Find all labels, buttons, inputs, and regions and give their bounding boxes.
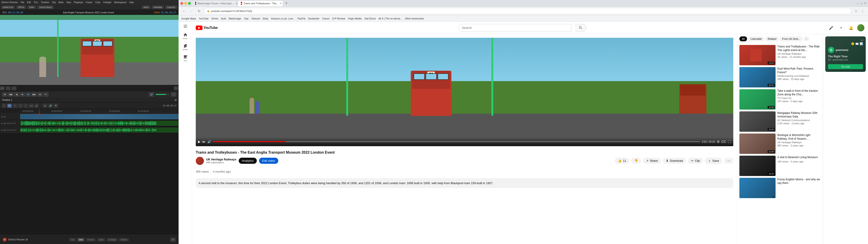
menu-edit[interactable]: Edit (27, 1, 31, 4)
trim-tool[interactable]: ⊢ (13, 104, 17, 108)
razor-tool[interactable]: ⊣ (18, 104, 23, 108)
effects-btn[interactable]: Effects (17, 6, 26, 9)
filter-tab-listenable[interactable]: Listenable (748, 36, 764, 41)
tab-blackmagic-close[interactable]: ✕ (235, 2, 237, 5)
tab-deliver[interactable]: Deliver (119, 238, 129, 242)
select-tool[interactable]: ↖ (2, 104, 6, 108)
yt-bell-icon[interactable]: 🔔 (847, 24, 855, 32)
yt-channel-avatar[interactable] (196, 157, 204, 165)
refresh-btn[interactable]: ↻ (196, 8, 202, 14)
window-maximize-btn[interactable] (188, 2, 191, 5)
menu-view[interactable]: View (66, 1, 71, 4)
menu-clip[interactable]: Clip (52, 1, 56, 4)
index-btn[interactable]: Index (28, 6, 36, 9)
filter-tab-more[interactable]: › (804, 36, 809, 41)
filter-tab-uk-heritage[interactable]: From UK Herit... (780, 36, 802, 41)
next-frame-btn[interactable]: ▶▶ (32, 92, 37, 96)
related-video-6[interactable]: Funny English Idioms - and why we say th… (739, 178, 820, 198)
yt-channel-name[interactable]: UK Heritage Railways (206, 158, 237, 161)
player-progress-bar[interactable] (213, 141, 700, 142)
go-to-end-btn[interactable]: ⏭ (37, 92, 42, 96)
v1-content[interactable] (20, 114, 178, 120)
tab-fusion[interactable]: Fusion (86, 238, 96, 242)
bookmark-virgin[interactable]: Virgin Media (348, 17, 362, 20)
related-video-2[interactable]: 13:36 Take a walk in front of the tracti… (739, 89, 820, 110)
bookmark-ebay[interactable]: Ebay (263, 17, 268, 20)
tab-edit[interactable]: Edit (77, 238, 85, 242)
player-fullscreen-btn[interactable]: ⛶ (728, 140, 731, 144)
dislike-button[interactable]: 👎 (631, 158, 641, 164)
browser-close-btn[interactable]: ✕ (864, 2, 866, 5)
loop-btn[interactable]: ↻ (43, 92, 49, 96)
bookmark-blackmagic[interactable]: Blackmagic (229, 17, 241, 20)
tab-cut[interactable]: Cut (69, 238, 76, 242)
save-button[interactable]: ＋ Save (705, 157, 722, 164)
slide-tool[interactable]: ⟺ (29, 104, 33, 108)
bookmark-canon[interactable]: Canon (322, 17, 329, 20)
go-to-start-btn[interactable]: ⏮ (2, 92, 7, 96)
a1-content[interactable] (20, 120, 178, 126)
media-pool-btn[interactable]: Media Pool (1, 6, 15, 9)
tab-color[interactable]: Color (97, 238, 105, 242)
timeline-view-options[interactable]: ⊞ (175, 99, 177, 101)
dynamic-trim-tool[interactable]: ⇌ (34, 104, 39, 108)
menu-playback[interactable]: Playback (74, 1, 83, 4)
tab-fairlight[interactable]: Fairlight (107, 238, 118, 242)
settings-icon[interactable]: ⚙ (170, 238, 176, 242)
player-play-btn[interactable]: ▶ (198, 140, 200, 144)
menu-help[interactable]: Help (129, 1, 134, 4)
bookmark-other[interactable]: Other bookmarks (405, 17, 424, 20)
menu-fusion[interactable]: Fusion (86, 1, 92, 4)
bookmark-amazon[interactable]: Amazon.co.uk: Low... (271, 17, 295, 20)
player-settings-btn[interactable]: ⚙ (717, 140, 720, 144)
clip-button[interactable]: ✂ Clip (688, 158, 703, 164)
related-video-1[interactable]: 52:02 East West Rail: Past, Present, Fut… (739, 67, 820, 87)
related-video-4[interactable]: 21:09 Bredngar & Wormshill Light Railway… (739, 133, 820, 154)
menu-trim[interactable]: Trim (34, 1, 38, 4)
viewer-image[interactable]: 72 (0, 15, 179, 85)
tab-youtube[interactable]: ▶ Trams and Trolleybuses - The... ✕ (238, 0, 283, 6)
full-screen-btn[interactable]: ⛶ (174, 87, 178, 90)
bookmark-glasurit[interactable]: Glasurit (251, 17, 260, 20)
related-video-3[interactable]: 22:03 Mangapps Railway Museum 32th Anniv… (739, 111, 820, 132)
mixer-btn[interactable]: Mixer (142, 6, 150, 9)
share-button[interactable]: ↗ Share (643, 158, 661, 164)
address-bar[interactable]: 🔒 youtube.com/watch?v=HFdNm1TtSQ (204, 8, 851, 14)
bookmark-btn[interactable]: ☆ (853, 8, 859, 14)
browser-settings-btn[interactable]: ⋮ (860, 8, 866, 14)
yt-search-input[interactable] (459, 26, 571, 30)
new-tab-btn[interactable]: + (283, 0, 289, 6)
bookmark-dp-review[interactable]: D:P Review (332, 17, 345, 20)
menu-fairlight[interactable]: Fairlight (103, 1, 112, 4)
forward-btn[interactable]: › (188, 8, 194, 14)
bookmark-audi[interactable]: Audi (221, 17, 226, 20)
play-reverse-btn[interactable]: ◀ (14, 92, 19, 96)
yt-description[interactable]: A second visit to the museum, this time … (196, 178, 733, 188)
download-button[interactable]: ⬇ Download (663, 158, 686, 164)
yt-mic-icon[interactable]: 🎤 (827, 24, 835, 32)
bookmark-santander[interactable]: Santander (308, 17, 320, 20)
edit-tool-active[interactable]: ✂ (7, 104, 12, 108)
bookmark-gaz[interactable]: Gaz (244, 17, 249, 20)
a2-content[interactable] (20, 127, 178, 133)
related-video-5[interactable]: 16:23 A visit to Beamish Living Museum 1… (739, 156, 820, 176)
bookmark-paypal[interactable]: PayPal (298, 17, 305, 20)
yt-create-icon[interactable]: + (837, 24, 845, 32)
yt-nav-subscriptions[interactable]: Sub (183, 55, 188, 62)
yt-video-player[interactable]: 72 (196, 38, 733, 146)
browser-restore-btn[interactable]: □ (861, 2, 862, 5)
menu-davinci[interactable]: DaVinci Resolve (1, 1, 18, 4)
zoom-out-btn[interactable]: - (6, 87, 10, 90)
like-button[interactable]: 👍 11 (615, 158, 629, 164)
yt-logo[interactable]: ▶ YouTube (196, 26, 218, 30)
yt-nav-home[interactable]: Home (183, 33, 188, 39)
analytics-button[interactable]: Analytics (239, 158, 257, 164)
metadata-btn[interactable]: Metadata (152, 6, 164, 9)
menu-color[interactable]: Color (95, 1, 101, 4)
stop-btn[interactable]: ■ (20, 92, 25, 96)
link-btn[interactable]: 🔗 (48, 104, 53, 108)
play-btn[interactable]: ▶ (26, 92, 31, 96)
tab-youtube-close[interactable]: ✕ (280, 2, 282, 5)
yt-search-btn[interactable] (575, 24, 586, 32)
bookmark-all4[interactable]: All 4 | The on-dema... (378, 17, 402, 20)
